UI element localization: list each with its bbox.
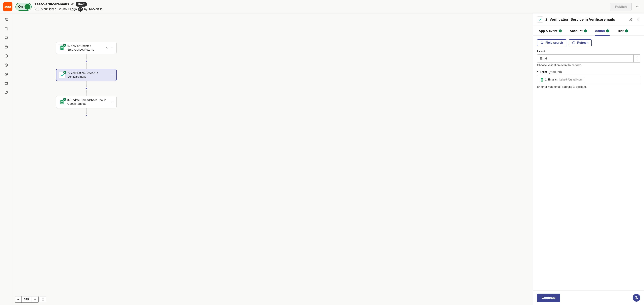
event-label: Event	[537, 50, 640, 53]
version-link[interactable]: V8.	[34, 8, 39, 11]
publish-button[interactable]: Publish	[610, 3, 632, 11]
toggle-label: On	[18, 5, 23, 9]
panel-title: 2. Verification Service in Verificaremai…	[546, 17, 626, 22]
edit-title-icon[interactable]	[71, 3, 74, 6]
archive-icon[interactable]	[4, 81, 8, 85]
rename-step-icon[interactable]	[628, 17, 633, 22]
zap-title: Test-Verificaremails	[34, 2, 69, 7]
svg-point-17	[111, 48, 112, 48]
settings-icon[interactable]	[4, 72, 8, 76]
svg-point-3	[5, 19, 6, 20]
field-search-button[interactable]: Field search	[537, 39, 566, 46]
step-card-1[interactable]: 1. New or Updated Spreadsheet Row in...	[56, 42, 116, 54]
refresh-button[interactable]: Refresh	[569, 39, 592, 46]
step-label: 1. New or Updated Spreadsheet Row in...	[67, 44, 104, 52]
step-card-3[interactable]: 3. Update Spreadsheet Row in Google Shee…	[56, 96, 116, 108]
svg-point-2	[638, 7, 639, 7]
event-value: Email	[537, 57, 634, 60]
calendar-icon[interactable]	[4, 45, 8, 49]
google-sheets-icon	[541, 78, 544, 81]
svg-point-25	[112, 102, 113, 102]
required-tag: (required)	[549, 70, 562, 74]
mapped-field-pill[interactable]: 1. Emails: isabadi@gmail.com	[539, 77, 584, 82]
title-block: Test-Verificaremails Draft V8. is publis…	[34, 2, 102, 12]
step-editor-panel: 2. Verification Service in Verificaremai…	[533, 14, 644, 305]
tab-action[interactable]: Action	[594, 27, 610, 36]
required-star: *	[537, 70, 538, 74]
status-text: is published - 23 hours ago	[40, 8, 77, 11]
svg-point-10	[5, 64, 8, 67]
svg-rect-13	[5, 82, 8, 83]
close-panel-icon[interactable]	[636, 17, 640, 22]
svg-point-6	[6, 20, 8, 21]
term-field: * Term (required) 1. Emails: isabadi@gma…	[537, 70, 640, 89]
continue-button[interactable]: Continue	[537, 293, 560, 302]
term-input[interactable]: 1. Emails: isabadi@gmail.com	[537, 75, 640, 84]
author-name: Antxon P.	[89, 8, 102, 11]
activity-icon[interactable]	[4, 63, 8, 67]
add-step-button[interactable]: +	[86, 60, 87, 63]
step-more-icon[interactable]	[111, 100, 114, 104]
flow: 1. New or Updated Spreadsheet Row in... …	[56, 42, 116, 117]
event-field: Event Email Choose validation event to p…	[537, 50, 640, 67]
tab-check-icon	[606, 30, 609, 33]
chat-icon[interactable]	[4, 36, 8, 40]
event-select[interactable]: Email	[537, 55, 640, 63]
svg-rect-8	[5, 46, 8, 48]
svg-point-24	[111, 102, 112, 102]
tab-check-icon	[584, 30, 587, 33]
term-hint: Enter or map email address to validate.	[537, 85, 640, 89]
svg-point-4	[6, 19, 8, 20]
svg-point-18	[112, 48, 113, 48]
clock-icon[interactable]	[4, 54, 8, 58]
step-more-icon[interactable]	[111, 46, 114, 50]
zoom-in-button[interactable]: +	[32, 296, 38, 302]
apps-icon[interactable]	[4, 18, 8, 22]
svg-point-5	[5, 20, 6, 21]
pill-value: isabadi@gmail.com	[559, 78, 582, 81]
zoom-out-button[interactable]: −	[15, 296, 22, 302]
svg-point-20	[111, 75, 112, 75]
chevron-down-icon[interactable]	[106, 46, 109, 50]
verificaremails-icon	[537, 17, 543, 23]
fit-screen-button[interactable]	[40, 296, 46, 302]
step-more-icon[interactable]	[110, 73, 114, 77]
svg-point-22	[113, 75, 114, 75]
zapier-logo[interactable]: zapier	[3, 2, 12, 12]
svg-point-27	[541, 42, 543, 44]
zoom-value: 58%	[22, 296, 32, 302]
svg-rect-12	[5, 83, 8, 84]
step-card-2[interactable]: 2. Verification Service in Verificaremai…	[56, 69, 116, 81]
canvas[interactable]: 1. New or Updated Spreadsheet Row in... …	[12, 14, 533, 305]
pill-key: 1. Emails:	[545, 78, 558, 81]
step-label: 2. Verification Service in Verificaremai…	[68, 71, 108, 79]
zap-on-toggle[interactable]: On	[16, 3, 32, 11]
tab-app-event[interactable]: App & event	[538, 27, 562, 36]
svg-point-19	[113, 48, 114, 48]
step-status-check-icon	[63, 71, 66, 74]
by-text: by	[84, 8, 87, 11]
tab-check-icon	[559, 30, 562, 33]
help-fab-icon[interactable]	[632, 294, 640, 302]
help-icon[interactable]	[4, 90, 8, 94]
top-more-icon[interactable]	[634, 4, 641, 10]
add-step-button[interactable]: +	[86, 114, 87, 117]
add-step-button[interactable]: +	[86, 87, 87, 90]
draft-badge: Draft	[76, 2, 87, 7]
left-rail	[0, 14, 12, 305]
step-label: 3. Update Spreadsheet Row in Google Shee…	[67, 98, 109, 106]
tab-account[interactable]: Account	[570, 27, 587, 36]
logo-text: zapier	[4, 5, 11, 8]
google-sheets-icon	[58, 99, 65, 105]
svg-point-0	[636, 7, 637, 7]
zap-icon[interactable]	[4, 27, 8, 31]
term-label: Term	[540, 70, 547, 74]
top-bar: zapier On Test-Verificaremails Draft V8.…	[0, 0, 644, 14]
author-avatar: AP	[78, 7, 83, 12]
tab-test[interactable]: Test	[617, 27, 628, 36]
svg-rect-30	[636, 298, 638, 299]
step-status-check-icon	[63, 44, 66, 47]
select-stepper-icon[interactable]	[634, 55, 640, 62]
step-status-check-icon	[63, 98, 66, 101]
google-sheets-icon	[58, 45, 65, 51]
